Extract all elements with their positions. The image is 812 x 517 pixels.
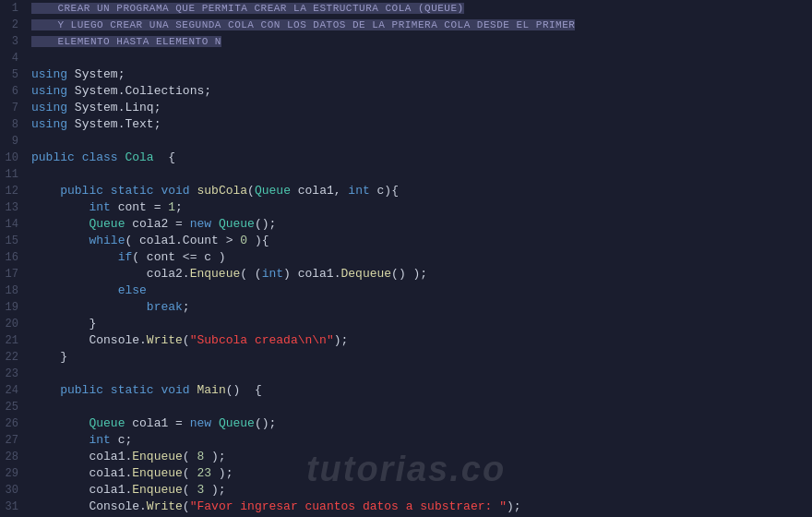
line-15: 15 while( cola1.Count > 0 ){ — [0, 233, 812, 249]
line-1: 1 CREAR UN PROGRAMA QUE PERMITA CREAR LA… — [0, 0, 812, 17]
line-content-8: using System.Text; — [28, 116, 812, 133]
line-10: 10 public class Cola { — [0, 150, 812, 166]
line-num-6: 6 — [0, 83, 28, 100]
line-num-25: 25 — [0, 399, 28, 415]
line-content-2: Y LUEGO CREAR UNA SEGUNDA COLA CON LOS D… — [28, 17, 812, 33]
line-content-28: cola1.Enqueue( 8 ); — [28, 449, 812, 465]
line-num-16: 16 — [0, 249, 28, 266]
line-num-17: 17 — [0, 266, 28, 283]
line-num-1: 1 — [0, 0, 28, 17]
line-content-16: if( cont <= c ) — [28, 249, 812, 266]
line-num-5: 5 — [0, 66, 28, 83]
line-28: 28 cola1.Enqueue( 8 ); — [0, 449, 812, 465]
line-content-30: cola1.Enqueue( 3 ); — [28, 482, 812, 499]
line-30: 30 cola1.Enqueue( 3 ); — [0, 482, 812, 499]
line-13: 13 int cont = 1; — [0, 199, 812, 216]
line-content-21: Console.Write("Subcola creada\n\n"); — [28, 332, 812, 349]
line-6: 6 using System.Collections; — [0, 83, 812, 100]
line-25: 25 — [0, 399, 812, 415]
line-num-2: 2 — [0, 17, 28, 33]
line-content-11 — [28, 166, 812, 183]
line-num-18: 18 — [0, 283, 28, 299]
line-21: 21 Console.Write("Subcola creada\n\n"); — [0, 332, 812, 349]
line-content-25 — [28, 399, 812, 415]
line-7: 7 using System.Linq; — [0, 100, 812, 116]
line-content-24: public static void Main() { — [28, 382, 812, 399]
code-editor: 1 CREAR UN PROGRAMA QUE PERMITA CREAR LA… — [0, 0, 812, 517]
line-num-20: 20 — [0, 316, 28, 332]
line-num-15: 15 — [0, 233, 28, 249]
line-num-26: 26 — [0, 415, 28, 432]
line-content-14: Queue cola2 = new Queue(); — [28, 216, 812, 233]
line-content-23 — [28, 366, 812, 382]
line-num-23: 23 — [0, 366, 28, 382]
line-content-31: Console.Write("Favor ingresar cuantos da… — [28, 499, 812, 515]
line-5: 5 using System; — [0, 66, 812, 83]
line-content-18: else — [28, 283, 812, 299]
line-22: 22 } — [0, 349, 812, 366]
line-content-13: int cont = 1; — [28, 199, 812, 216]
line-content-4 — [28, 50, 812, 66]
line-num-28: 28 — [0, 449, 28, 465]
line-26: 26 Queue cola1 = new Queue(); — [0, 415, 812, 432]
line-content-22: } — [28, 349, 812, 366]
line-num-31: 31 — [0, 499, 28, 515]
line-24: 24 public static void Main() { — [0, 382, 812, 399]
line-content-9 — [28, 133, 812, 150]
line-num-11: 11 — [0, 166, 28, 183]
line-num-21: 21 — [0, 332, 28, 349]
line-content-27: int c; — [28, 432, 812, 449]
line-11: 11 — [0, 166, 812, 183]
line-3: 3 ELEMENTO HASTA ELEMENTO N — [0, 33, 812, 50]
line-8: 8 using System.Text; — [0, 116, 812, 133]
line-content-20: } — [28, 316, 812, 332]
line-16: 16 if( cont <= c ) — [0, 249, 812, 266]
line-num-7: 7 — [0, 100, 28, 116]
line-17: 17 cola2.Enqueue( (int) cola1.Dequeue() … — [0, 266, 812, 283]
line-num-8: 8 — [0, 116, 28, 133]
line-27: 27 int c; — [0, 432, 812, 449]
line-content-26: Queue cola1 = new Queue(); — [28, 415, 812, 432]
line-content-5: using System; — [28, 66, 812, 83]
line-num-24: 24 — [0, 382, 28, 399]
line-12: 12 public static void subCola(Queue cola… — [0, 183, 812, 199]
line-content-19: break; — [28, 299, 812, 316]
line-content-6: using System.Collections; — [28, 83, 812, 100]
line-num-30: 30 — [0, 482, 28, 499]
line-9: 9 — [0, 133, 812, 150]
line-num-9: 9 — [0, 133, 28, 150]
line-content-7: using System.Linq; — [28, 100, 812, 116]
line-18: 18 else — [0, 283, 812, 299]
line-content-29: cola1.Enqueue( 23 ); — [28, 465, 812, 482]
line-content-17: cola2.Enqueue( (int) cola1.Dequeue() ); — [28, 266, 812, 283]
line-content-15: while( cola1.Count > 0 ){ — [28, 233, 812, 249]
line-29: 29 cola1.Enqueue( 23 ); — [0, 465, 812, 482]
line-num-27: 27 — [0, 432, 28, 449]
line-num-12: 12 — [0, 183, 28, 199]
line-num-13: 13 — [0, 199, 28, 216]
line-content-10: public class Cola { — [28, 150, 812, 166]
line-num-4: 4 — [0, 50, 28, 66]
line-14: 14 Queue cola2 = new Queue(); — [0, 216, 812, 233]
line-content-1: CREAR UN PROGRAMA QUE PERMITA CREAR LA E… — [28, 0, 812, 17]
line-num-10: 10 — [0, 150, 28, 166]
line-20: 20 } — [0, 316, 812, 332]
line-19: 19 break; — [0, 299, 812, 316]
line-num-19: 19 — [0, 299, 28, 316]
line-num-3: 3 — [0, 33, 28, 50]
line-4: 4 — [0, 50, 812, 66]
line-2: 2 Y LUEGO CREAR UNA SEGUNDA COLA CON LOS… — [0, 17, 812, 33]
line-31: 31 Console.Write("Favor ingresar cuantos… — [0, 499, 812, 515]
line-num-22: 22 — [0, 349, 28, 366]
line-23: 23 — [0, 366, 812, 382]
line-num-14: 14 — [0, 216, 28, 233]
line-num-29: 29 — [0, 465, 28, 482]
line-content-3: ELEMENTO HASTA ELEMENTO N — [28, 33, 812, 50]
line-content-12: public static void subCola(Queue cola1, … — [28, 183, 812, 199]
